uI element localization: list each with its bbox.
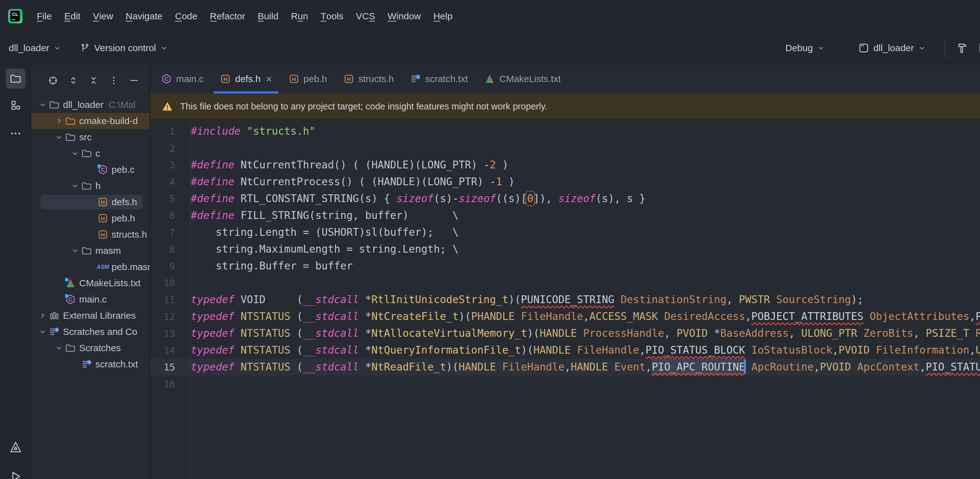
editor-area[interactable]: Cmain.cHdefs.h×Hpeb.hHstructs.hscratch.t… (150, 64, 980, 479)
project-tool-button[interactable] (6, 68, 25, 89)
structure-tool-button[interactable] (6, 95, 25, 115)
menu-item-run[interactable]: Run (285, 5, 314, 27)
tree-item-cmake-build-d[interactable]: cmake-build-d (31, 113, 150, 129)
line-number-9: 9 (150, 258, 175, 274)
tree-item-label: Scratches (79, 343, 121, 353)
locate-button[interactable] (48, 75, 59, 86)
tree-item-c[interactable]: c (31, 145, 150, 162)
active-tab-underline (213, 91, 278, 94)
chevron-down-icon[interactable] (54, 340, 64, 356)
code-line-4: #define NtCurrentProcess() ( (HANDLE)(LO… (191, 173, 980, 190)
menu-item-file[interactable]: File (30, 5, 58, 27)
tree-item-label: dll_loader (63, 99, 103, 110)
vcs-widget[interactable]: Version control (75, 37, 173, 59)
tree-item-scratch-txt[interactable]: scratch.txt (31, 356, 150, 372)
tree-item-defs-h[interactable]: Hdefs.h (31, 194, 150, 210)
build-type-selector[interactable]: Debug (781, 37, 830, 59)
code-line-9: string.Buffer = buffer (191, 258, 980, 274)
editor-tab-peb-h[interactable]: Hpeb.h (280, 64, 335, 94)
editor-tab-defs-h[interactable]: Hdefs.h× (212, 64, 280, 94)
chevron-down-icon[interactable] (37, 97, 48, 113)
run-tool-button[interactable] (6, 466, 25, 479)
tree-item-src[interactable]: src (31, 129, 150, 145)
tab-label: peb.h (304, 73, 327, 84)
chevron-down-icon[interactable] (70, 178, 80, 194)
expand-all-button[interactable] (68, 75, 79, 86)
svg-text:C: C (101, 167, 105, 173)
tree-item-external-libraries[interactable]: External Libraries (31, 307, 150, 324)
hide-minus-button[interactable] (129, 75, 140, 86)
line-number-7: 7 (150, 224, 175, 241)
file-c-mod-icon: C (97, 162, 109, 178)
tree-item-peb-c[interactable]: Cpeb.c (31, 162, 150, 178)
menu-item-view[interactable]: View (87, 5, 119, 27)
chevron-down-icon[interactable] (54, 129, 64, 145)
code-line-11: typedef VOID (__stdcall *RtlInitUnicodeS… (191, 291, 980, 308)
tree-item-scratches-and-co[interactable]: Scratches and Co (31, 324, 150, 340)
chevron-right-icon[interactable] (37, 307, 48, 324)
code-line-3: #define NtCurrentThread() ( (HANDLE)(LON… (191, 156, 980, 173)
code-line-7: string.Length = (USHORT)sl(buffer); \ (191, 224, 980, 241)
run-config-selector[interactable]: dll_loader (853, 37, 931, 59)
tree-item-peb-masm[interactable]: ASMpeb.masm (31, 259, 150, 275)
build-hammer-button[interactable] (955, 41, 968, 54)
svg-text:H: H (101, 232, 105, 238)
code-line-14: typedef NTSTATUS (__stdcall *NtQueryInfo… (191, 342, 980, 359)
tree-item-main-c[interactable]: Cmain.c (31, 291, 150, 307)
menu-item-code[interactable]: Code (169, 5, 204, 27)
options-kebab-button[interactable] (108, 75, 119, 86)
scratch-icon (80, 356, 93, 372)
chevron-right-icon[interactable] (54, 113, 64, 129)
line-number-4: 4 (150, 173, 175, 190)
folder-icon (80, 243, 93, 259)
tree-item-peb-h[interactable]: Hpeb.h (31, 210, 150, 226)
cmake-tool-button[interactable] (6, 437, 25, 457)
menu-item-navigate[interactable]: Navigate (119, 5, 169, 27)
file-h-icon: H (97, 210, 109, 226)
tree-indent-spacer (86, 226, 97, 243)
tree-item-scratches[interactable]: Scratches (31, 340, 150, 356)
menu-item-build[interactable]: Build (251, 5, 285, 27)
chevron-down-icon (918, 44, 926, 53)
collapse-all-button[interactable] (88, 75, 99, 86)
folder-icon (10, 72, 22, 85)
editor-tab-scratch-txt[interactable]: scratch.txt (402, 64, 476, 94)
tree-item-structs-h[interactable]: Hstructs.h (31, 226, 150, 243)
line-number-8: 8 (150, 241, 175, 258)
chevron-down-icon[interactable] (70, 145, 80, 162)
close-tab-icon[interactable]: × (266, 73, 272, 84)
tree-item-label: h (95, 181, 101, 191)
menu-item-help[interactable]: Help (427, 5, 459, 27)
tree-item-label: src (79, 132, 92, 143)
run-button[interactable] (976, 41, 980, 54)
chevron-down-icon[interactable] (37, 324, 48, 340)
cmake-icon (484, 73, 495, 84)
tree-item-cmakelists-txt[interactable]: CMakeLists.txt (31, 275, 150, 291)
menu-item-window[interactable]: Window (381, 5, 427, 27)
line-number-13: 13 (150, 325, 175, 342)
project-selector-label: dll_loader (9, 43, 49, 53)
more-tool-windows-button[interactable] (6, 124, 25, 143)
editor-tab-cmakelists-txt[interactable]: CMakeLists.txt (476, 64, 569, 94)
editor-tab-structs-h[interactable]: Hstructs.h (335, 64, 402, 94)
tree-item-dll-loader[interactable]: dll_loaderC:\Mal (31, 97, 150, 113)
editor-tab-main-c[interactable]: Cmain.c (153, 64, 212, 94)
menu-item-tools[interactable]: Tools (314, 5, 349, 27)
tab-label: defs.h (235, 73, 261, 84)
menu-item-refactor[interactable]: Refactor (204, 5, 251, 27)
tree-item-masm[interactable]: masm (31, 243, 150, 259)
structure-squares-icon (10, 99, 22, 111)
project-tree-toolbar (31, 64, 140, 97)
menu-item-edit[interactable]: Edit (58, 5, 87, 27)
menu-item-vcs[interactable]: VCS (350, 5, 382, 27)
tree-item-h[interactable]: h (31, 178, 150, 194)
file-h-icon: H (97, 194, 109, 210)
svg-text:H: H (292, 76, 296, 82)
asm-icon: ASM (97, 259, 109, 275)
warning-banner: This file does not belong to any project… (150, 94, 980, 119)
project-selector[interactable]: dll_loader (4, 37, 66, 59)
chevron-down-icon[interactable] (70, 243, 80, 259)
warning-banner-text: This file does not belong to any project… (180, 101, 547, 111)
code-area[interactable]: 12345678910111213141516 #include "struct… (150, 119, 980, 479)
toolbar-separator (945, 39, 945, 57)
